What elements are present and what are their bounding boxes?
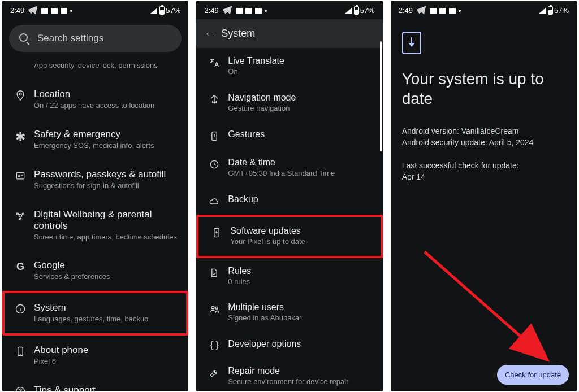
system-item-navigation[interactable]: Navigation modeGesture navigation: [196, 85, 382, 121]
item-subtitle: On / 22 apps have access to location: [34, 101, 182, 111]
translate-icon: [201, 56, 228, 68]
settings-item-passwords[interactable]: Passwords, passkeys & autofill Suggestio…: [2, 160, 188, 200]
scrollbar[interactable]: [380, 41, 382, 151]
item-title: Gestures: [228, 129, 375, 140]
item-subtitle: On: [228, 67, 375, 77]
system-item-rules[interactable]: Rules0 rules: [196, 258, 382, 295]
item-title: Google: [34, 260, 182, 271]
svg-point-6: [19, 218, 21, 220]
android-version-line: Android version: VanillaIceCream: [402, 125, 565, 137]
item-title: Passwords, passkeys & autofill: [34, 169, 182, 180]
wifi-icon: [539, 8, 546, 14]
last-check-label: Last successful check for update:: [402, 160, 565, 171]
wrench-icon: [201, 366, 228, 378]
clock: 2:49: [10, 6, 24, 15]
google-icon: G: [7, 260, 34, 273]
item-subtitle: Services & preferences: [34, 272, 182, 282]
system-item-datetime[interactable]: Date & timeGMT+05:30 India Standard Time: [196, 150, 382, 186]
system-item-repair[interactable]: Repair modeSecure environment for device…: [196, 358, 382, 391]
settings-item-tips[interactable]: Tips & support Help articles, phone & ch…: [2, 376, 188, 391]
system-item-developer[interactable]: { } Developer options: [196, 331, 382, 358]
item-subtitle: Secure environment for device repair: [228, 377, 375, 387]
back-button[interactable]: ←: [198, 27, 221, 40]
settings-item-about[interactable]: About phone Pixel 6: [2, 336, 188, 376]
settings-item-google[interactable]: G Google Services & preferences: [2, 251, 188, 291]
asterisk-icon: ✱: [7, 129, 34, 145]
clock: 2:49: [204, 6, 218, 15]
rules-icon: [201, 266, 228, 278]
item-subtitle: Languages, gestures, time, backup: [34, 315, 179, 324]
location-icon: [7, 89, 34, 101]
system-settings-list: Live TranslateOn Navigation modeGesture …: [196, 48, 382, 391]
item-title: Backup: [228, 194, 375, 204]
item-title: About phone: [34, 345, 182, 356]
item-title: Developer options: [228, 339, 375, 349]
svg-point-13: [211, 306, 214, 309]
search-icon: [19, 33, 29, 43]
item-subtitle: App security, device lock, permissions: [34, 61, 182, 71]
wifi-icon: [345, 8, 352, 14]
svg-point-2: [18, 175, 20, 176]
settings-item-location[interactable]: Location On / 22 apps have access to loc…: [2, 80, 188, 120]
battery-pct: 57%: [554, 6, 569, 15]
settings-item-safety[interactable]: ✱ Safety & emergency Emergency SOS, medi…: [2, 120, 188, 160]
security-update-line: Android security update: April 5, 2024: [402, 137, 565, 148]
wifi-icon: [150, 8, 157, 14]
system-item-live-translate[interactable]: Live TranslateOn: [196, 48, 382, 85]
item-subtitle: 0 rules: [228, 277, 375, 287]
item-title: Rules: [228, 266, 375, 276]
item-title: Live Translate: [228, 56, 375, 66]
settings-item-wellbeing[interactable]: Digital Wellbeing & parental controls Sc…: [2, 200, 188, 251]
telegram-icon: [416, 4, 427, 17]
svg-point-5: [22, 213, 24, 215]
item-title: Navigation mode: [228, 93, 375, 103]
update-heading: Your system is up to date: [402, 69, 565, 108]
notif-icon: [51, 8, 58, 14]
navigation-icon: [201, 93, 228, 105]
search-placeholder: Search settings: [37, 33, 103, 44]
item-title: Repair mode: [228, 366, 375, 376]
system-item-software-updates[interactable]: Software updatesYour Pixel is up to date: [196, 215, 382, 258]
notif-icon: [41, 8, 48, 14]
phone-settings-root: 2:49 57% Search settings App security, d…: [2, 1, 188, 391]
item-subtitle: Gesture navigation: [228, 104, 375, 114]
notif-more-icon: [459, 10, 461, 12]
settings-list: App security, device lock, permissions L…: [2, 54, 188, 391]
users-icon: [201, 302, 228, 315]
annotation-arrow: [413, 243, 572, 373]
update-icon: [203, 226, 230, 238]
download-icon: [402, 32, 421, 54]
notif-more-icon: [265, 10, 267, 12]
update-content: Your system is up to date Android versio…: [391, 19, 577, 182]
item-subtitle: Emergency SOS, medical info, alerts: [34, 141, 182, 151]
header-bar: ← System: [196, 19, 382, 48]
status-bar: 2:49 57%: [391, 1, 577, 19]
telegram-icon: [27, 4, 38, 17]
phone-system-settings: 2:49 57% ← System Live TranslateOn Navig…: [196, 1, 382, 391]
svg-point-3: [19, 214, 22, 217]
phone-icon: [7, 345, 34, 357]
search-settings-field[interactable]: Search settings: [9, 25, 182, 52]
battery-icon: [548, 6, 553, 15]
system-item-gestures[interactable]: Gestures: [196, 121, 382, 150]
svg-line-15: [425, 252, 543, 356]
notif-icon: [255, 8, 262, 14]
clock: 2:49: [399, 6, 413, 15]
item-subtitle: Suggestions for sign-in & autofill: [34, 181, 182, 191]
notif-icon: [449, 8, 456, 14]
notif-more-icon: [70, 10, 72, 12]
system-item-backup[interactable]: Backup: [196, 186, 382, 215]
status-bar: 2:49 57%: [196, 1, 382, 19]
settings-item-security[interactable]: App security, device lock, permissions: [2, 54, 188, 80]
battery-icon: [354, 6, 359, 15]
info-icon: [7, 302, 34, 315]
system-item-multiusers[interactable]: Multiple usersSigned in as Abubakar: [196, 294, 382, 331]
check-for-update-button[interactable]: Check for update: [497, 365, 569, 385]
svg-point-14: [215, 307, 218, 310]
svg-point-9: [16, 387, 25, 391]
wellbeing-icon: [7, 209, 34, 221]
item-subtitle: Pixel 6: [34, 357, 182, 367]
item-title: Date & time: [228, 158, 375, 168]
settings-item-system[interactable]: System Languages, gestures, time, backup: [2, 291, 188, 336]
last-check-value: Apr 14: [402, 171, 565, 182]
